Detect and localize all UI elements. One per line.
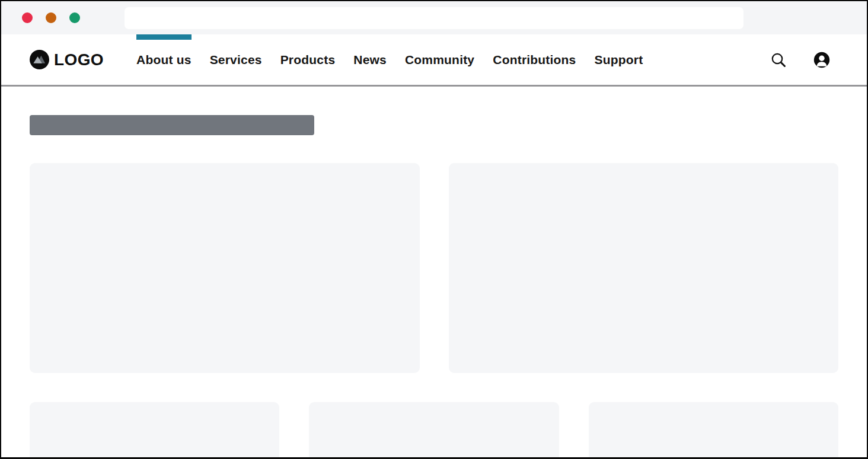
window-close-button[interactable] — [22, 12, 33, 23]
content-card-placeholder — [449, 163, 839, 373]
nav-item-support[interactable]: Support — [595, 34, 643, 85]
nav-item-news[interactable]: News — [353, 34, 387, 85]
feature-cards-row — [30, 163, 838, 373]
main-navigation: LOGO About us Services Products News Com… — [1, 34, 867, 87]
content-card-placeholder — [589, 402, 838, 459]
nav-item-products[interactable]: Products — [280, 34, 336, 85]
nav-label: News — [353, 53, 387, 67]
content-card-placeholder — [30, 163, 420, 373]
search-button[interactable] — [770, 52, 787, 68]
nav-label: Support — [595, 53, 643, 67]
window-minimize-button[interactable] — [46, 12, 56, 23]
account-button[interactable] — [813, 52, 830, 68]
logo-text: LOGO — [54, 50, 104, 69]
nav-links: About us Services Products News Communit… — [136, 34, 643, 85]
nav-label: Services — [210, 53, 262, 67]
nav-actions — [770, 52, 830, 68]
content-card-placeholder — [309, 402, 559, 459]
page-content — [1, 115, 867, 459]
nav-item-about-us[interactable]: About us — [136, 34, 192, 85]
bottom-cards-row — [30, 402, 838, 459]
browser-chrome — [1, 1, 867, 34]
page-title-placeholder — [30, 115, 314, 135]
nav-item-contributions[interactable]: Contributions — [493, 34, 576, 85]
nav-item-community[interactable]: Community — [405, 34, 474, 85]
logo-mountain-icon — [30, 50, 49, 69]
nav-label: Contributions — [493, 53, 576, 67]
url-bar[interactable] — [125, 7, 743, 29]
nav-label: Community — [405, 53, 474, 67]
logo[interactable]: LOGO — [30, 50, 104, 69]
nav-label: Products — [280, 53, 336, 67]
user-avatar-icon — [813, 52, 830, 68]
browser-window: LOGO About us Services Products News Com… — [0, 0, 868, 459]
search-icon — [770, 52, 787, 68]
content-card-placeholder — [30, 402, 279, 459]
nav-item-services[interactable]: Services — [210, 34, 262, 85]
window-controls — [22, 12, 80, 23]
window-maximize-button[interactable] — [69, 12, 80, 23]
nav-label: About us — [136, 53, 192, 67]
